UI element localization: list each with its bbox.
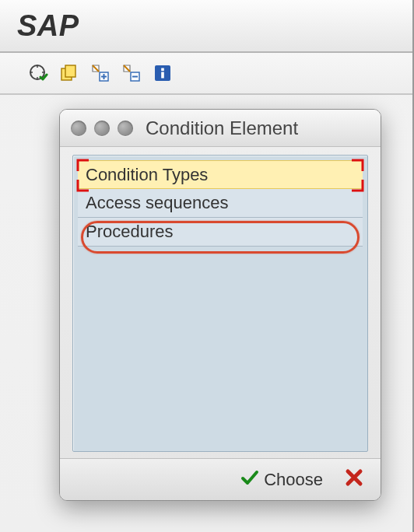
toolbar	[0, 53, 412, 95]
app-title: SAP	[17, 9, 79, 43]
dialog-footer: Choose	[60, 458, 381, 500]
cancel-button[interactable]	[342, 467, 367, 493]
window-minimize-icon[interactable]	[94, 121, 110, 136]
close-icon	[345, 468, 363, 492]
svg-point-4	[42, 72, 44, 73]
svg-rect-10	[161, 68, 164, 72]
svg-point-3	[31, 72, 33, 73]
choose-button[interactable]: Choose	[233, 467, 331, 493]
svg-rect-11	[161, 72, 164, 79]
dialog-body: Condition Types Access sequences	[72, 155, 368, 452]
main-window: SAP	[0, 0, 414, 532]
svg-point-2	[37, 77, 38, 79]
choose-button-label: Choose	[264, 470, 323, 490]
copy-stack-icon[interactable]	[58, 61, 81, 85]
dialog-title: Condition Element	[146, 117, 298, 139]
titlebar: SAP	[0, 0, 412, 53]
dialog-titlebar[interactable]: Condition Element	[60, 110, 381, 147]
option-access-sequences[interactable]: Access sequences	[78, 189, 363, 218]
node-add-icon[interactable]	[89, 61, 112, 85]
option-label: Procedures	[86, 222, 174, 241]
svg-rect-6	[65, 65, 75, 77]
option-procedures[interactable]: Procedures	[78, 218, 363, 247]
window-close-icon[interactable]	[71, 121, 86, 136]
option-list: Condition Types Access sequences	[78, 160, 363, 247]
info-icon[interactable]	[151, 61, 174, 85]
condition-element-dialog: Condition Element Condition Types	[59, 109, 381, 501]
option-condition-types[interactable]: Condition Types	[78, 160, 363, 189]
window-zoom-icon[interactable]	[118, 121, 133, 136]
option-label: Condition Types	[86, 165, 208, 184]
check-icon	[240, 468, 259, 492]
option-label: Access sequences	[86, 193, 228, 212]
svg-point-1	[37, 66, 38, 68]
clock-check-icon[interactable]	[26, 61, 50, 85]
node-remove-icon[interactable]	[120, 61, 143, 85]
